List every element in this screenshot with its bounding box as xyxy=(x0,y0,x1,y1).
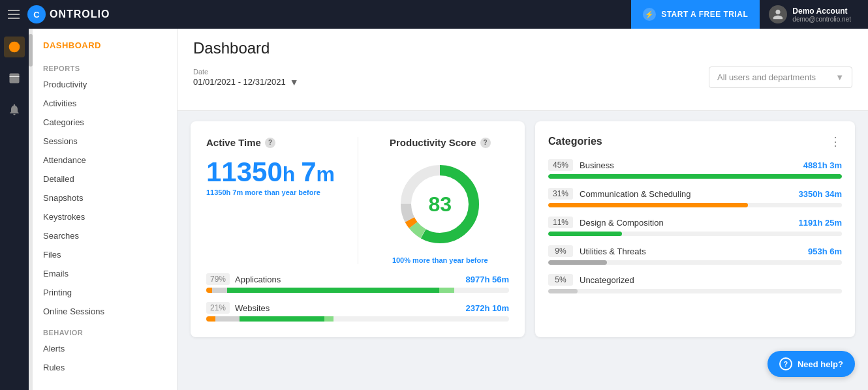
metrics-card: Active Time ? 11350h 7m 11350h 7m more t… xyxy=(191,121,525,337)
category-header: 5% Uncategorized xyxy=(548,274,842,286)
websites-pct: 21% xyxy=(206,302,230,314)
category-name: Design & Composition xyxy=(580,218,792,228)
nav-right: ⚡ START A FREE TRIAL Demo Account demo@c… xyxy=(631,0,860,29)
category-bar-fill xyxy=(548,203,748,207)
user-avatar xyxy=(769,5,787,23)
sidebar: DASHBOARD REPORTS Productivity Activitie… xyxy=(29,29,178,390)
user-email: demo@controlio.net xyxy=(792,16,851,23)
sidebar-icons xyxy=(0,29,29,390)
category-header: 45% Business 4881h 3m xyxy=(548,159,842,171)
sidebar-item-emails[interactable]: Emails xyxy=(33,264,177,283)
trial-button[interactable]: ⚡ START A FREE TRIAL xyxy=(631,0,760,29)
sidebar-item-keystrokes[interactable]: Keystrokes xyxy=(33,207,177,226)
categories-title: Categories xyxy=(548,136,602,147)
page-title: Dashboard xyxy=(193,39,852,57)
category-time: 3350h 34m xyxy=(799,189,843,199)
category-name: Utilities & Threats xyxy=(580,247,801,256)
category-bar-track xyxy=(548,289,842,293)
svg-rect-1 xyxy=(10,74,20,83)
category-bar-track xyxy=(548,174,842,179)
logo: C ONTROLIO xyxy=(27,5,110,23)
need-help-button[interactable]: ? Need help? xyxy=(767,351,855,377)
category-bar-fill xyxy=(548,174,842,179)
category-bar-track xyxy=(548,232,842,236)
sidebar-item-sessions[interactable]: Sessions xyxy=(33,132,177,151)
top-nav: C ONTROLIO ⚡ START A FREE TRIAL Demo Acc… xyxy=(0,0,868,29)
category-pct: 9% xyxy=(548,245,573,257)
category-name: Business xyxy=(580,160,797,170)
sidebar-behavior-label: BEHAVIOR xyxy=(33,321,177,339)
productivity-score-title: Productivity Score ? xyxy=(371,137,510,148)
sidebar-item-online-sessions[interactable]: Online Sessions xyxy=(33,302,177,321)
date-filter-row: Date 01/01/2021 - 12/31/2021 ▼ All users… xyxy=(193,67,852,88)
logo-icon: C xyxy=(27,5,46,23)
productivity-help-icon[interactable]: ? xyxy=(480,138,491,148)
sidebar-item-attendance[interactable]: Attendance xyxy=(33,151,177,170)
websites-header: 21% Websites 2372h 10m xyxy=(206,302,509,314)
active-time-value: 11350h 7m xyxy=(206,158,345,186)
date-selector[interactable]: 01/01/2021 - 12/31/2021 ▼ xyxy=(193,77,299,87)
active-time-help-icon[interactable]: ? xyxy=(265,138,275,148)
active-time-title: Active Time ? xyxy=(206,137,345,148)
sidebar-item-printing[interactable]: Printing xyxy=(33,283,177,302)
date-group: Date 01/01/2021 - 12/31/2021 ▼ xyxy=(193,68,299,87)
date-label: Date xyxy=(193,68,299,76)
categories-header: Categories ⋮ xyxy=(548,134,842,149)
websites-row: 21% Websites 2372h 10m xyxy=(206,302,509,322)
category-bar-track xyxy=(548,203,842,207)
sidebar-icon-alerts[interactable] xyxy=(4,99,25,120)
productivity-score-section: Productivity Score ? xyxy=(358,137,510,264)
trial-icon: ⚡ xyxy=(643,8,656,21)
donut-chart: 83 xyxy=(394,158,486,250)
sidebar-item-snapshots[interactable]: Snapshots xyxy=(33,188,177,207)
user-section[interactable]: Demo Account demo@controlio.net xyxy=(760,5,860,23)
logo-text: ONTROLIO xyxy=(50,8,110,20)
applications-value: 8977h 56m xyxy=(466,275,510,284)
sidebar-item-activities[interactable]: Activities xyxy=(33,94,177,113)
user-name: Demo Account xyxy=(792,7,851,16)
sidebar-reports-label: REPORTS xyxy=(33,57,177,75)
category-header: 11% Design & Composition 1191h 25m xyxy=(548,217,842,228)
applications-row: 79% Applications 8977h 56m xyxy=(206,273,509,293)
sidebar-item-searches[interactable]: Searches xyxy=(33,226,177,245)
sidebar-item-detailed[interactable]: Detailed xyxy=(33,170,177,188)
user-info: Demo Account demo@controlio.net xyxy=(792,7,851,23)
applications-pct: 79% xyxy=(206,273,230,285)
category-pct: 11% xyxy=(548,217,573,228)
hamburger-menu[interactable] xyxy=(8,10,20,19)
category-header: 9% Utilities & Threats 953h 6m xyxy=(548,245,842,257)
cards-row: Active Time ? 11350h 7m 11350h 7m more t… xyxy=(191,121,855,337)
sidebar-item-dashboard[interactable]: DASHBOARD xyxy=(33,34,177,57)
category-item: 45% Business 4881h 3m xyxy=(548,159,842,179)
category-bar-track xyxy=(548,260,842,265)
metrics-row: Active Time ? 11350h 7m 11350h 7m more t… xyxy=(206,137,509,264)
category-bar-fill xyxy=(548,289,578,293)
category-time: 953h 6m xyxy=(808,247,842,256)
sidebar-item-alerts[interactable]: Alerts xyxy=(33,339,177,358)
category-bar-fill xyxy=(548,260,607,265)
sidebar-item-categories[interactable]: Categories xyxy=(33,113,177,132)
category-time: 1191h 25m xyxy=(799,218,843,228)
active-time-sub: 11350h 7m more than year before xyxy=(206,188,345,196)
sidebar-icon-dashboard[interactable] xyxy=(4,37,25,57)
sidebar-item-files[interactable]: Files xyxy=(33,245,177,264)
sidebar-item-rules[interactable]: Rules xyxy=(33,358,177,377)
sidebar-icon-reports[interactable] xyxy=(4,68,25,89)
categories-card: Categories ⋮ 45% Business 4881h 3m 31% C… xyxy=(535,121,855,337)
websites-label: Websites xyxy=(235,303,270,313)
main-layout: DASHBOARD REPORTS Productivity Activitie… xyxy=(0,29,868,390)
sidebar-item-productivity[interactable]: Productivity xyxy=(33,75,177,94)
category-item: 11% Design & Composition 1191h 25m xyxy=(548,217,842,236)
score-sub: 100% more than year before xyxy=(371,256,510,264)
users-dropdown[interactable]: All users and departments ▼ xyxy=(709,67,852,88)
category-item: 9% Utilities & Threats 953h 6m xyxy=(548,245,842,265)
more-options-icon[interactable]: ⋮ xyxy=(829,134,842,149)
content-area: Dashboard Date 01/01/2021 - 12/31/2021 ▼… xyxy=(178,29,868,390)
date-value: 01/01/2021 - 12/31/2021 xyxy=(193,77,286,87)
category-time: 4881h 3m xyxy=(803,160,842,170)
websites-bar xyxy=(206,316,509,322)
svg-point-0 xyxy=(9,42,20,53)
dropdown-chevron-icon: ▼ xyxy=(835,72,844,82)
nav-left: C ONTROLIO xyxy=(8,5,110,23)
category-name: Uncategorized xyxy=(580,275,835,285)
